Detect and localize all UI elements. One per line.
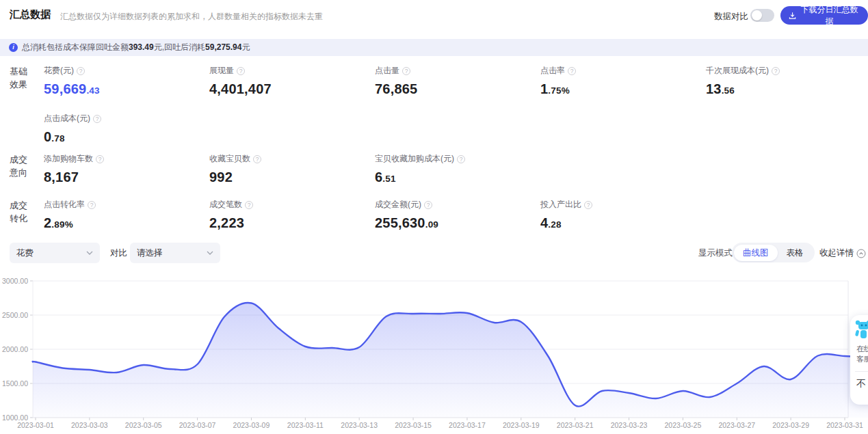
x-axis-label: 2023-03-21 xyxy=(557,421,594,429)
chevron-up-circle-icon xyxy=(856,249,866,258)
help-icon[interactable] xyxy=(77,67,85,75)
metric: 收藏宝贝数992 xyxy=(209,153,375,185)
metric-value: 4,401,407 xyxy=(209,81,375,97)
help-icon[interactable] xyxy=(402,67,410,75)
compare-select[interactable]: 请选择 xyxy=(130,243,220,263)
metric-label-text: 展现量 xyxy=(209,65,234,77)
banner-text: 总消耗包括成本保障回吐金额393.49元,回吐后消耗59,275.94元 xyxy=(22,42,250,53)
cs-widget-feedback[interactable]: 不 xyxy=(856,378,866,390)
metric: 添加购物车数8,167 xyxy=(44,153,209,185)
cs-widget-text: 在线 客服 xyxy=(856,344,868,364)
compare-label: 对比 xyxy=(110,247,127,259)
metric-label-text: 成交金额(元) xyxy=(375,199,421,211)
metric-label: 花费(元) xyxy=(44,65,209,77)
metrics-grid: 点击转化率2.89%成交笔数2,223成交金额(元)255,630.09投入产出… xyxy=(44,199,868,231)
y-axis-label: 1000.00 xyxy=(2,413,28,422)
data-compare-label: 数据对比 xyxy=(714,11,748,23)
metric-value: 1.75% xyxy=(540,81,706,97)
x-axis-label: 2023-03-07 xyxy=(179,421,216,429)
metrics-grid: 添加购物车数8,167收藏宝贝数992宝贝收藏加购成本(元)6.51 xyxy=(44,153,868,185)
x-axis-label: 2023-03-31 xyxy=(826,421,863,429)
x-axis-label: 2023-03-25 xyxy=(665,421,702,429)
metric-label: 投入产出比 xyxy=(540,199,706,211)
metric-value: 2.89% xyxy=(44,215,209,231)
collapse-details-button[interactable]: 收起详情 xyxy=(819,247,866,259)
metric-value: 255,630.09 xyxy=(375,215,540,231)
help-icon[interactable] xyxy=(237,67,245,75)
compare-select-placeholder: 请选择 xyxy=(137,247,163,259)
display-mode-segmented: 曲线图 表格 xyxy=(732,243,815,262)
metric-select-value: 花费 xyxy=(16,247,34,259)
metric-label: 点击率 xyxy=(540,65,706,77)
metric-label-text: 点击量 xyxy=(375,65,399,77)
metric-label-text: 宝贝收藏加购成本(元) xyxy=(375,153,454,165)
metric-label: 点击成本(元) xyxy=(44,113,209,124)
metric-label-text: 添加购物车数 xyxy=(44,153,93,165)
display-mode-label: 显示模式 xyxy=(698,247,733,259)
section-purchase-intent: 成交意向 添加购物车数8,167收藏宝贝数992宝贝收藏加购成本(元)6.51 xyxy=(10,153,41,179)
tab-line-chart[interactable]: 曲线图 xyxy=(734,245,778,261)
metric: 成交笔数2,223 xyxy=(209,199,375,231)
help-icon[interactable] xyxy=(568,67,576,75)
metric-select[interactable]: 花费 xyxy=(10,243,100,263)
metric-label: 千次展现成本(元) xyxy=(706,65,868,77)
section-label: 成交转化 xyxy=(10,199,41,225)
metric-label-text: 千次展现成本(元) xyxy=(706,65,769,77)
y-axis-label: 2500.00 xyxy=(2,311,28,319)
x-axis-label: 2023-03-03 xyxy=(71,421,108,429)
metric: 千次展现成本(元)13.56 xyxy=(706,65,868,97)
download-daily-summary-button[interactable]: 下载分日汇总数据 xyxy=(780,6,868,25)
metric: 宝贝收藏加购成本(元)6.51 xyxy=(375,153,540,185)
metric-label-text: 花费(元) xyxy=(44,65,74,77)
metric-value: 76,865 xyxy=(375,81,540,97)
help-icon[interactable] xyxy=(88,201,96,209)
toggle-knob xyxy=(752,10,762,21)
y-axis-label: 2000.00 xyxy=(2,345,28,353)
help-icon[interactable] xyxy=(772,67,780,75)
metric: 点击成本(元)0.78 xyxy=(44,113,209,145)
chevron-down-icon xyxy=(207,251,213,255)
metric-label-text: 点击率 xyxy=(540,65,565,77)
help-icon[interactable] xyxy=(253,155,261,163)
tab-table[interactable]: 表格 xyxy=(778,245,813,261)
metric-label-text: 点击成本(元) xyxy=(44,113,90,124)
help-icon[interactable] xyxy=(93,115,101,123)
metric-value: 59,669.43 xyxy=(44,81,209,97)
y-axis-label: 3000.00 xyxy=(2,277,28,285)
metric-label: 点击转化率 xyxy=(44,199,209,211)
help-icon[interactable] xyxy=(424,201,432,209)
metrics-grid: 花费(元)59,669.43展现量4,401,407点击量76,865点击率1.… xyxy=(44,65,868,145)
metric: 点击量76,865 xyxy=(375,65,540,97)
consumption-info-banner: 总消耗包括成本保障回吐金额393.49元,回吐后消耗59,275.94元 xyxy=(0,39,868,56)
y-axis-label: 1500.00 xyxy=(2,379,28,388)
help-icon[interactable] xyxy=(457,155,465,163)
section-label: 基础效果 xyxy=(10,65,41,91)
help-icon[interactable] xyxy=(96,155,104,163)
x-axis-label: 2023-03-09 xyxy=(233,421,270,429)
cs-widget-divider xyxy=(855,371,868,372)
metric: 花费(元)59,669.43 xyxy=(44,65,209,97)
metric-value: 2,223 xyxy=(209,215,375,231)
spend-trend-chart[interactable]: 3000.002500.002000.001500.001000.002023-… xyxy=(0,273,868,434)
customer-service-widget[interactable]: 在线 客服 不 xyxy=(850,315,868,405)
metric-label: 收藏宝贝数 xyxy=(209,153,375,165)
x-axis-label: 2023-03-19 xyxy=(503,421,540,429)
metric-label: 展现量 xyxy=(209,65,375,77)
download-button-label: 下载分日汇总数据 xyxy=(799,4,860,27)
metric-value: 4.28 xyxy=(540,215,706,231)
metric: 成交金额(元)255,630.09 xyxy=(375,199,540,231)
metric-value: 0.78 xyxy=(44,129,209,145)
metric-value: 13.56 xyxy=(706,81,868,97)
metric-label-text: 成交笔数 xyxy=(209,199,242,211)
info-icon xyxy=(9,43,18,52)
x-axis-label: 2023-03-17 xyxy=(449,421,486,429)
metric: 点击转化率2.89% xyxy=(44,199,209,231)
help-icon[interactable] xyxy=(245,201,253,209)
x-axis-label: 2023-03-01 xyxy=(17,421,54,429)
metric: 点击率1.75% xyxy=(540,65,706,97)
data-compare-toggle[interactable] xyxy=(750,9,774,22)
x-axis-label: 2023-03-29 xyxy=(772,421,809,429)
metric-value: 6.51 xyxy=(375,169,540,185)
area-fill xyxy=(33,303,868,418)
help-icon[interactable] xyxy=(584,201,592,209)
